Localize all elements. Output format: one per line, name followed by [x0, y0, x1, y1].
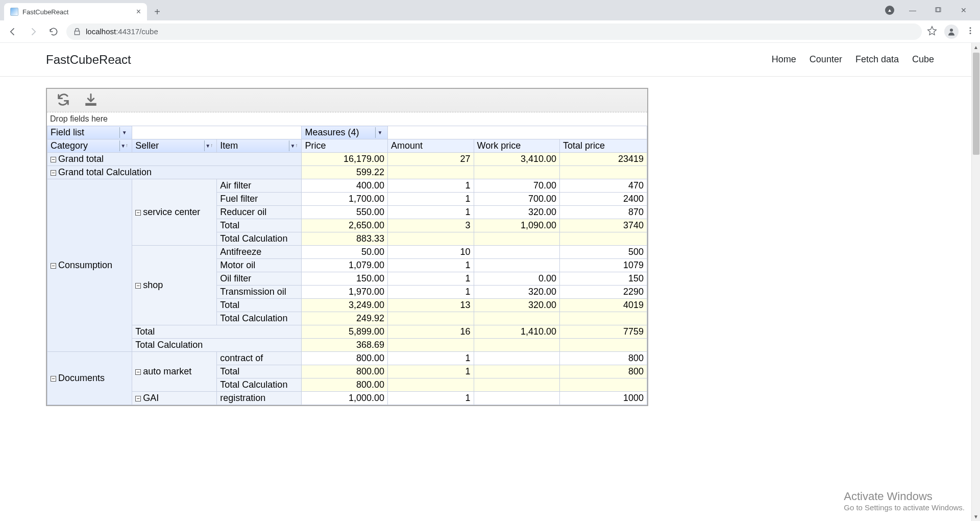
browser-tab[interactable]: FastCubeReact × — [4, 3, 147, 20]
svg-marker-0 — [888, 9, 891, 12]
collapse-icon[interactable]: − — [51, 376, 56, 382]
window-minimize-button[interactable]: — — [905, 3, 920, 17]
field-list-button[interactable]: Field list▼ — [47, 126, 132, 139]
url-text: localhost:44317/cube — [86, 27, 158, 36]
svg-point-6 — [970, 33, 971, 34]
nav-fetch[interactable]: Fetch data — [855, 54, 899, 65]
page-header: FastCubeReact Home Counter Fetch data Cu… — [0, 43, 980, 77]
svg-rect-2 — [937, 8, 941, 12]
table-row: −shop Antifreeze 50.00 10 500 — [47, 246, 647, 259]
scroll-up-icon[interactable]: ▲ — [972, 43, 980, 52]
scroll-down-icon[interactable]: ▼ — [972, 512, 980, 521]
page-scrollbar[interactable]: ▲ ▼ — [971, 43, 980, 521]
nav-cube[interactable]: Cube — [912, 54, 934, 65]
browser-address-bar: localhost:44317/cube — [0, 20, 980, 43]
field-seller[interactable]: Seller▼ ↑ — [132, 139, 217, 153]
collapse-icon[interactable]: − — [51, 170, 56, 176]
new-tab-button[interactable]: + — [150, 5, 164, 19]
refresh-icon[interactable] — [56, 92, 70, 108]
profile-avatar-icon[interactable] — [944, 25, 959, 39]
table-row: −Consumption −service center Air filter … — [47, 179, 647, 193]
collapse-icon[interactable]: − — [51, 157, 56, 162]
row-total: Total 5,899.00 16 1,410.00 7759 — [47, 325, 647, 339]
collapse-icon[interactable]: − — [135, 369, 141, 375]
collapse-icon[interactable]: − — [135, 283, 141, 289]
field-item[interactable]: Item▼ ↑ — [217, 139, 302, 153]
browser-menu-icon[interactable] — [966, 26, 975, 37]
table-row: −GAI registration 1,000.00 1 1000 — [47, 392, 647, 405]
scroll-thumb[interactable] — [973, 53, 979, 155]
windows-activation-watermark: Activate Windows Go to Settings to activ… — [844, 490, 965, 512]
row-grand-total-calc: −Grand total Calculation 599.22 — [47, 166, 647, 179]
browser-tab-strip: FastCubeReact × + — ✕ — [0, 0, 980, 20]
chevron-down-icon[interactable]: ▼ — [205, 143, 210, 149]
sort-asc-icon[interactable]: ↑ — [210, 143, 213, 148]
pivot-grid: Field list▼ Measures (4)▼ Category▼ ↑ Se… — [47, 126, 647, 405]
row-grand-total: −Grand total 16,179.00 27 3,410.00 23419 — [47, 153, 647, 166]
window-maximize-button[interactable] — [931, 3, 945, 17]
tab-favicon-icon — [10, 8, 18, 16]
table-row: −Documents −auto market contract of 800.… — [47, 352, 647, 365]
window-close-button[interactable]: ✕ — [957, 3, 971, 17]
app-brand: FastCubeReact — [46, 53, 131, 67]
svg-point-5 — [970, 30, 971, 32]
nav-counter[interactable]: Counter — [810, 54, 842, 65]
back-button[interactable] — [5, 24, 20, 39]
svg-point-4 — [970, 27, 971, 29]
col-work-price[interactable]: Work price — [474, 139, 560, 153]
svg-point-3 — [950, 29, 953, 32]
row-total-calc: Total Calculation 368.69 — [47, 339, 647, 352]
sort-asc-icon[interactable]: ↑ — [295, 143, 298, 148]
bookmark-star-icon[interactable] — [927, 26, 937, 37]
nav-home[interactable]: Home — [772, 54, 796, 65]
tab-title: FastCubeReact — [22, 8, 132, 16]
forward-button[interactable] — [26, 24, 41, 39]
chevron-down-icon[interactable]: ▼ — [290, 143, 296, 149]
close-icon[interactable]: × — [136, 7, 141, 16]
field-category[interactable]: Category▼ ↑ — [47, 139, 132, 153]
col-total-price[interactable]: Total price — [560, 139, 647, 153]
cube-panel: Drop fields here Field list▼ Measures (4… — [46, 88, 648, 406]
download-icon[interactable] — [84, 92, 98, 108]
chevron-down-icon[interactable]: ▼ — [119, 127, 129, 138]
drop-fields-zone[interactable]: Drop fields here — [47, 112, 647, 126]
chevron-down-icon[interactable]: ▼ — [375, 127, 384, 138]
col-price[interactable]: Price — [302, 139, 388, 153]
collapse-icon[interactable]: − — [51, 263, 56, 269]
reload-button[interactable] — [46, 24, 61, 39]
collapse-icon[interactable]: − — [135, 210, 141, 216]
cube-toolbar — [47, 89, 647, 112]
profile-indicator-icon[interactable] — [885, 6, 894, 15]
url-bar[interactable]: localhost:44317/cube — [66, 23, 922, 40]
sort-asc-icon[interactable]: ↑ — [126, 143, 128, 148]
window-controls: — ✕ — [885, 0, 980, 20]
nav-links: Home Counter Fetch data Cube — [772, 54, 934, 65]
svg-rect-1 — [936, 8, 940, 12]
lock-icon — [74, 28, 81, 35]
col-amount[interactable]: Amount — [388, 139, 474, 153]
chevron-down-icon[interactable]: ▼ — [120, 143, 126, 149]
measures-button[interactable]: Measures (4)▼ — [302, 126, 388, 139]
collapse-icon[interactable]: − — [135, 396, 141, 401]
